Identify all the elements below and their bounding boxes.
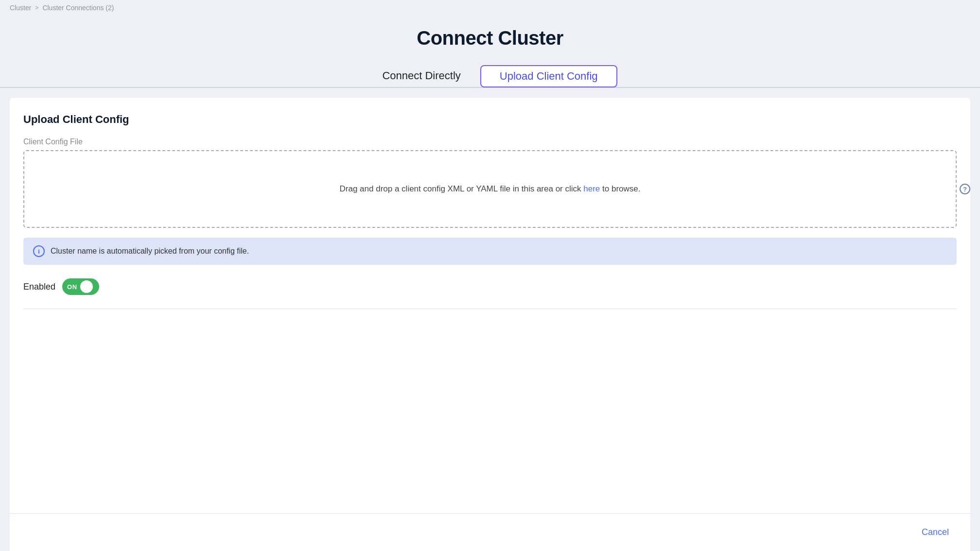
tab-upload-client-config[interactable]: Upload Client Config	[480, 65, 617, 87]
enabled-toggle[interactable]: ON	[62, 278, 99, 295]
breadcrumb-arrow: >	[35, 4, 38, 11]
toggle-label: ON	[67, 283, 77, 291]
connections-breadcrumb: Cluster Connections (2)	[42, 4, 114, 12]
page-title: Connect Cluster	[0, 27, 980, 49]
cluster-breadcrumb: Cluster	[10, 4, 31, 12]
tab-connect-directly[interactable]: Connect Directly	[363, 65, 480, 87]
toggle-knob	[80, 280, 93, 293]
info-banner: i Cluster name is automatically picked f…	[23, 238, 957, 265]
info-banner-text: Cluster name is automatically picked fro…	[51, 247, 249, 256]
info-icon: i	[33, 245, 45, 257]
drop-zone-text: Drag and drop a client config XML or YAM…	[340, 184, 641, 194]
drop-zone-wrapper: Drag and drop a client config XML or YAM…	[23, 150, 957, 228]
drop-zone[interactable]: Drag and drop a client config XML or YAM…	[23, 150, 957, 228]
main-content: Upload Client Config Client Config File …	[10, 98, 970, 513]
divider	[23, 309, 957, 309]
browse-link[interactable]: here	[583, 184, 600, 193]
page-header: Connect Cluster	[0, 16, 980, 57]
section-title: Upload Client Config	[23, 113, 957, 126]
enabled-label: Enabled	[23, 282, 55, 292]
help-icon[interactable]: ?	[960, 184, 970, 194]
cancel-button[interactable]: Cancel	[914, 523, 957, 541]
enabled-row: Enabled ON	[23, 278, 957, 295]
top-bar: Cluster > Cluster Connections (2)	[0, 0, 980, 16]
field-label: Client Config File	[23, 138, 957, 146]
tabs-container: Connect Directly Upload Client Config	[0, 65, 980, 88]
footer-row: Cancel	[10, 513, 970, 551]
